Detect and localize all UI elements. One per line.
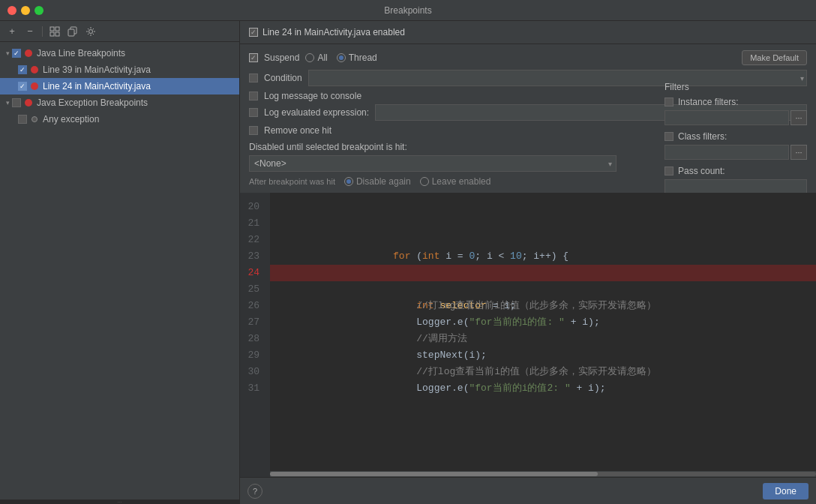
log-message-checkbox[interactable] (249, 92, 258, 100)
code-editor: 20 21 22 23 24 25 26 27 28 29 30 31 (240, 193, 816, 477)
remove-once-label: Remove once hit (264, 125, 332, 136)
pass-count-label: Pass count: (678, 166, 725, 176)
java-exception-group-checkbox[interactable] (12, 98, 21, 107)
tree-item-java-exception-group[interactable]: ▾ Java Exception Breakpoints (0, 94, 239, 111)
ln-31: 31 (240, 380, 264, 397)
breakpoints-tree[interactable]: ▾ ✓ Java Line Breakpoints ✓ Line 39 in M… (0, 42, 239, 500)
class-filter-dots-button[interactable]: ··· (790, 145, 807, 160)
instance-filter-dots-button[interactable]: ··· (790, 110, 807, 125)
remove-once-checkbox[interactable] (249, 126, 258, 135)
ln-23: 23 (240, 248, 264, 265)
remove-breakpoint-button[interactable]: − (22, 24, 38, 39)
tree-arrow-java-line: ▾ (3, 49, 12, 58)
code-line-29: //打log查看当前i的值（此步多余，实际开发请忽略） (270, 347, 816, 364)
svg-rect-5 (68, 29, 74, 36)
code-line-21 (270, 215, 816, 232)
make-default-button[interactable]: Make Default (742, 50, 807, 65)
breakpoint-header-text: Line 24 in MainActivity.java enabled (262, 27, 405, 38)
thread-radio-label: Thread (349, 52, 377, 63)
help-button[interactable]: ? (248, 484, 262, 499)
any-exception-checkbox[interactable] (18, 115, 27, 124)
line-numbers: 20 21 22 23 24 25 26 27 28 29 30 31 (240, 193, 270, 477)
code-line-23: //获取当前i的值 (270, 248, 816, 265)
add-breakpoint-button[interactable]: + (4, 24, 20, 39)
panel-resize-handle[interactable]: ··· (0, 500, 239, 504)
maximize-button[interactable] (34, 6, 44, 15)
filters-title: Filters (664, 82, 807, 92)
java-line-group-icon (23, 48, 34, 58)
line39-checkbox[interactable]: ✓ (18, 65, 27, 74)
svg-rect-3 (56, 32, 59, 36)
line24-checkbox[interactable]: ✓ (18, 82, 27, 91)
class-filter-input-row: ··· (664, 145, 807, 160)
log-message-label: Log message to console (264, 91, 362, 101)
breakpoint-settings-area: ✓ Suspend All Thread Make Default (240, 44, 816, 193)
disabled-until-select[interactable]: <None> (249, 155, 616, 172)
scroll-thumb[interactable] (270, 472, 598, 476)
suspend-checkbox[interactable]: ✓ (249, 53, 258, 62)
condition-checkbox[interactable] (249, 74, 258, 82)
pass-count-checkbox[interactable] (664, 166, 674, 176)
instance-filter-row: Instance filters: (664, 97, 807, 107)
ln-30: 30 (240, 364, 264, 380)
all-radio-circle (305, 53, 314, 62)
class-filter-row: Class filters: (664, 131, 807, 142)
close-button[interactable] (8, 6, 16, 15)
suspend-all-radio[interactable]: All (305, 52, 327, 63)
copy-icon (68, 26, 78, 37)
tree-item-any-exception[interactable]: Any exception (0, 111, 239, 128)
leave-enabled-radio-circle (420, 177, 429, 186)
code-line-30: Logger.e("for当前的i的值2: " + i); (270, 364, 816, 380)
main-container: + − (0, 21, 816, 504)
ln-24: 24 (240, 265, 264, 281)
filters-panel: Filters Instance filters: ··· Class filt… (664, 82, 807, 194)
horizontal-scrollbar[interactable] (270, 471, 816, 477)
condition-dropdown-arrow: ▾ (800, 74, 804, 82)
leave-enabled-radio[interactable]: Leave enabled (420, 176, 491, 187)
svg-rect-1 (56, 27, 59, 31)
minimize-button[interactable] (21, 6, 30, 15)
header-enable-checkbox[interactable]: ✓ (249, 28, 258, 37)
breakpoint-detail-header: ✓ Line 24 in MainActivity.java enabled (240, 21, 816, 44)
suspend-thread-radio[interactable]: Thread (337, 52, 377, 63)
settings-breakpoint-button[interactable] (83, 24, 98, 39)
instance-filter-input[interactable] (664, 110, 789, 125)
ln-27: 27 (240, 314, 264, 331)
disabled-until-select-wrap: <None> ▾ (249, 155, 616, 172)
window-controls[interactable] (8, 6, 44, 15)
leave-enabled-label: Leave enabled (432, 176, 491, 187)
tree-arrow-java-exception: ▾ (3, 98, 12, 107)
group-breakpoints-button[interactable] (47, 24, 62, 39)
log-expr-checkbox[interactable] (249, 108, 258, 117)
code-lines: for (int i = 0; i < 10; i++) { //获取当前i的值… (270, 193, 816, 477)
scroll-track (270, 472, 816, 476)
code-line-27: //调用方法 (270, 314, 816, 331)
java-exception-group-label: Java Exception Breakpoints (37, 98, 148, 108)
toolbar-separator-1 (42, 26, 43, 37)
right-panel: ✓ Line 24 in MainActivity.java enabled ✓… (240, 21, 816, 504)
code-line-31 (270, 380, 816, 397)
tree-item-java-line-group[interactable]: ▾ ✓ Java Line Breakpoints (0, 45, 239, 62)
class-filter-input[interactable] (664, 145, 789, 160)
done-button[interactable]: Done (763, 483, 808, 500)
tree-item-line39[interactable]: ✓ Line 39 in MainActivity.java (0, 62, 239, 78)
java-line-group-checkbox[interactable]: ✓ (12, 49, 21, 58)
ln-29: 29 (240, 347, 264, 364)
pass-count-input[interactable] (664, 179, 807, 194)
ln-25: 25 (240, 281, 264, 298)
code-line-26: Logger.e("for当前的i的值: " + i); (270, 298, 816, 314)
line24-icon (29, 81, 40, 92)
class-filter-checkbox[interactable] (664, 132, 674, 141)
svg-point-6 (89, 29, 93, 33)
pass-count-row: Pass count: (664, 166, 807, 176)
disable-again-radio[interactable]: Disable again (344, 176, 411, 187)
copy-breakpoint-button[interactable] (65, 24, 80, 39)
instance-filter-checkbox[interactable] (664, 98, 674, 106)
code-content: 20 21 22 23 24 25 26 27 28 29 30 31 (240, 193, 816, 477)
tree-item-line24[interactable]: ✓ Line 24 in MainActivity.java (0, 78, 239, 94)
ln-28: 28 (240, 331, 264, 347)
suspend-radio-group: All Thread (305, 52, 376, 63)
svg-rect-0 (50, 27, 54, 31)
title-bar: Breakpoints (0, 0, 816, 21)
disable-again-label: Disable again (356, 176, 411, 187)
